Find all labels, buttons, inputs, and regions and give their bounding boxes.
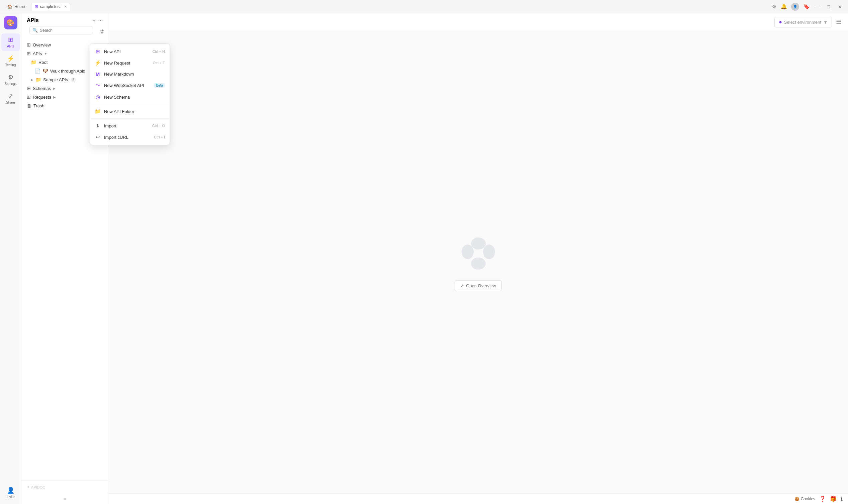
schemas-label: Schemas	[33, 86, 51, 91]
trash-icon: 🗑	[27, 103, 32, 108]
dropdown-import-curl[interactable]: ↩ Import cURL Ctrl + I	[90, 131, 169, 143]
new-request-icon: ⚡	[95, 60, 101, 66]
sidebar-item-share[interactable]: ↗ Share	[1, 90, 20, 107]
info-icon[interactable]: ℹ	[841, 496, 843, 502]
titlebar-actions: ⚙ 🔔 👤 🔖 ─ □ ✕	[772, 3, 844, 11]
dropdown-new-schema[interactable]: ◎ New Schema	[90, 91, 169, 103]
apis-tree-icon: ⊞	[27, 51, 31, 56]
help-icon[interactable]: ❓	[819, 496, 826, 502]
dropdown-menu: ⊞ New API Ctrl + N ⚡ New Request Ctrl + …	[90, 43, 170, 145]
sample-apis-icon: 📁	[35, 77, 41, 82]
share-label: Share	[6, 101, 15, 104]
invite-label: Invite	[7, 495, 15, 499]
maximize-button[interactable]: □	[825, 3, 832, 10]
dropdown-import[interactable]: ⬇ Import Ctrl + O	[90, 120, 169, 131]
sidebar-item-apis[interactable]: ⊞ APIs	[1, 33, 20, 51]
main-toolbar: ● Select environment ▼ ☰	[108, 13, 848, 31]
add-panel-button[interactable]: +	[92, 17, 95, 23]
open-overview-button[interactable]: ↗ Open Overview	[455, 280, 502, 291]
titlebar: 🏠 Home ⊞ sample test ✕ ⚙ 🔔 👤 🔖 ─ □ ✕	[0, 0, 848, 13]
main-footer: 🍪 Cookies ❓ 🎁 ℹ	[108, 493, 848, 504]
root-label: Root	[38, 60, 48, 65]
overview-icon: ⊞	[27, 42, 31, 48]
import-label: Import	[104, 123, 149, 128]
new-websocket-badge: Beta	[154, 83, 165, 88]
active-tab[interactable]: ⊞ sample test ✕	[31, 3, 70, 11]
sample-apis-badge: 5	[71, 77, 76, 82]
invite-icon: 👤	[7, 487, 14, 494]
dropdown-new-api[interactable]: ⊞ New API Ctrl + N	[90, 46, 169, 57]
main-content: ● Select environment ▼ ☰ ↗ Open Overview	[108, 13, 848, 504]
more-options-button[interactable]: ···	[98, 17, 103, 23]
main-layout: 🎨 ⊞ APIs ⚡ Testing ⚙ Settings ↗ Share 👤 …	[0, 13, 848, 504]
dropdown-divider-2	[90, 119, 169, 119]
empty-state-icon	[458, 233, 499, 274]
notification-icon[interactable]: 🔔	[780, 3, 787, 10]
sample-apis-label: Sample APIs	[43, 77, 68, 82]
apis-label: APIs	[7, 44, 14, 48]
dropdown-new-markdown[interactable]: M New Markdown	[90, 69, 169, 79]
sidebar-bottom: 👤 Invite	[1, 484, 20, 501]
new-folder-icon: 📁	[95, 108, 101, 114]
sidebar-item-settings[interactable]: ⚙ Settings	[1, 71, 20, 88]
schemas-chevron: ▶	[53, 87, 56, 90]
sidebar-item-testing[interactable]: ⚡ Testing	[1, 52, 20, 70]
new-websocket-icon: 〜	[95, 82, 101, 89]
new-api-shortcut: Ctrl + N	[152, 50, 165, 54]
import-curl-label: Import cURL	[104, 135, 150, 140]
new-api-folder-label: New API Folder	[104, 109, 165, 114]
home-tab[interactable]: 🏠 Home	[4, 3, 29, 11]
import-icon: ⬇	[95, 123, 101, 129]
dropdown-new-request[interactable]: ⚡ New Request Ctrl + T	[90, 57, 169, 69]
apis-tree-label: APIs	[33, 51, 42, 56]
avatar[interactable]: 👤	[791, 3, 799, 11]
svg-point-2	[462, 245, 474, 259]
env-selector-label: Select environment	[784, 20, 821, 25]
minimize-button[interactable]: ─	[814, 3, 821, 10]
panel-footer: ✦ APIDOC	[21, 481, 108, 493]
panel-header: APIs + ···	[21, 13, 108, 26]
sidebar-item-invite[interactable]: 👤 Invite	[1, 484, 20, 501]
testing-icon: ⚡	[7, 55, 14, 62]
close-button[interactable]: ✕	[836, 3, 844, 10]
toolbar-row: 🔍 ⚗ +	[21, 26, 108, 40]
import-curl-shortcut: Ctrl + I	[154, 135, 165, 139]
env-circle-icon: ●	[779, 19, 782, 25]
bookmark-icon[interactable]: 🔖	[803, 3, 810, 10]
menu-icon[interactable]: ☰	[836, 18, 841, 26]
svg-point-0	[471, 237, 486, 250]
open-overview-icon: ↗	[460, 283, 464, 288]
env-selector[interactable]: ● Select environment ▼	[774, 17, 832, 28]
main-body: ↗ Open Overview	[108, 31, 848, 493]
gift-icon[interactable]: 🎁	[830, 496, 837, 502]
new-request-label: New Request	[104, 60, 149, 66]
panel-header-actions: + ···	[92, 17, 103, 23]
env-chevron-icon: ▼	[823, 20, 828, 25]
schemas-icon: ⊞	[27, 86, 31, 91]
cookies-button[interactable]: 🍪 Cookies	[794, 497, 815, 501]
panel-title: APIs	[27, 17, 90, 23]
search-bar: 🔍	[30, 26, 93, 34]
new-request-shortcut: Ctrl + T	[153, 61, 165, 65]
dropdown-new-websocket[interactable]: 〜 New WebSocket API Beta	[90, 79, 169, 91]
settings-nav-icon: ⚙	[8, 74, 13, 81]
root-folder-icon: 📁	[31, 59, 36, 65]
requests-chevron: ▶	[53, 95, 56, 99]
collapse-sidebar-button[interactable]: «	[21, 493, 108, 504]
svg-point-3	[483, 245, 495, 259]
cookies-icon: 🍪	[794, 497, 799, 501]
search-input[interactable]	[40, 28, 90, 33]
close-tab-button[interactable]: ✕	[64, 5, 67, 8]
new-schema-label: New Schema	[104, 95, 165, 100]
dropdown-new-api-folder[interactable]: 📁 New API Folder	[90, 106, 169, 117]
settings-icon[interactable]: ⚙	[772, 3, 776, 10]
import-curl-icon: ↩	[95, 134, 101, 140]
cookies-label: Cookies	[801, 497, 815, 501]
new-api-icon: ⊞	[95, 49, 101, 55]
new-websocket-label: New WebSocket API	[104, 83, 150, 88]
icon-sidebar: 🎨 ⊞ APIs ⚡ Testing ⚙ Settings ↗ Share 👤 …	[0, 13, 21, 504]
filter-icon[interactable]: ⚗	[100, 29, 104, 35]
brand-label: APIDOC	[31, 485, 45, 489]
requests-icon: ⊞	[27, 94, 31, 100]
import-shortcut: Ctrl + O	[152, 124, 165, 128]
